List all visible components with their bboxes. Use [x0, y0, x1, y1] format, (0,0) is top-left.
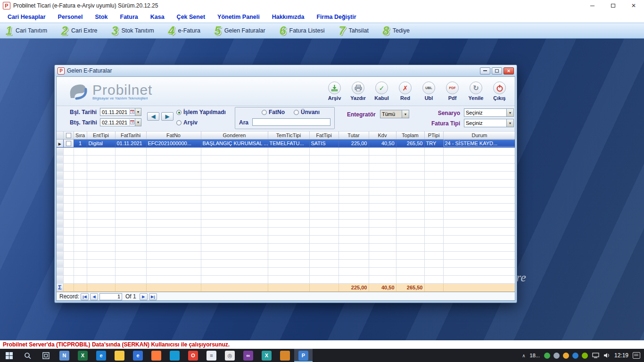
- onedrive-icon[interactable]: [553, 353, 560, 359]
- volume-icon[interactable]: [603, 353, 610, 358]
- refresh-button[interactable]: ↻ Yenile: [465, 82, 487, 101]
- menu-cek-senet[interactable]: Çek Senet: [177, 14, 205, 20]
- menu-fatura[interactable]: Fatura: [120, 14, 138, 20]
- current-row-arrow-icon: ▶: [58, 142, 61, 146]
- reject-button[interactable]: ✗ Red: [395, 82, 416, 101]
- end-date-picker[interactable]: 02.11.2021 ▼: [100, 118, 141, 126]
- taskbar-clock[interactable]: 12:19: [614, 352, 628, 359]
- window-minimize-button[interactable]: [480, 67, 490, 74]
- print-button[interactable]: Yazdır: [347, 82, 369, 101]
- ubl-button[interactable]: UBL Ubl: [418, 82, 439, 101]
- summary-cell: [443, 283, 515, 291]
- notepad-icon[interactable]: N: [55, 349, 74, 362]
- start-button[interactable]: [0, 349, 18, 362]
- chevron-down-icon[interactable]: ▼: [135, 119, 141, 126]
- col-header-tutar[interactable]: Tutar: [339, 132, 369, 139]
- record-navigator: Record: |◀ ◀ Of 1 ▶ ▶|: [57, 292, 515, 301]
- radio-islem-yapilmadi[interactable]: İşlem Yapılmadı: [176, 109, 226, 115]
- chevron-down-icon[interactable]: ▼: [135, 108, 141, 115]
- shortcut-number: 5: [215, 25, 221, 37]
- task-view-button[interactable]: [37, 349, 55, 362]
- visual-studio-icon[interactable]: ∞: [239, 349, 257, 362]
- photos-icon[interactable]: [276, 349, 294, 362]
- record-number-input[interactable]: [99, 293, 122, 300]
- shortcut-cari-extre[interactable]: 2Cari Extre: [61, 25, 97, 37]
- shortcut-e-fatura[interactable]: 4e-Fatura: [168, 25, 200, 37]
- first-record-button[interactable]: |◀: [81, 293, 89, 300]
- java-icon[interactable]: [563, 353, 569, 359]
- shortcut-tediye[interactable]: 8Tediye: [383, 25, 410, 37]
- col-header-fatno[interactable]: FatNo: [146, 132, 201, 139]
- maximize-button[interactable]: [603, 0, 623, 11]
- probilnet-taskbar-icon[interactable]: P: [294, 349, 313, 362]
- close-button[interactable]: ✕: [623, 0, 644, 11]
- start-date-picker[interactable]: 01.11.2021 ▼: [100, 108, 141, 116]
- prev-record-button[interactable]: ◀: [90, 293, 98, 300]
- grid-row-empty: [57, 187, 515, 195]
- notification-center-icon[interactable]: [633, 352, 640, 359]
- firefox-icon[interactable]: [147, 349, 165, 362]
- pdf-button[interactable]: PDF Pdf: [442, 82, 463, 101]
- radio-arsiv[interactable]: Arşiv: [176, 119, 198, 126]
- chrome-icon[interactable]: ◎: [221, 349, 239, 362]
- menu-yonetim-paneli[interactable]: Yönetim Paneli: [217, 14, 260, 20]
- next-record-button[interactable]: ▶: [140, 293, 148, 300]
- opera-icon[interactable]: O: [184, 349, 202, 362]
- vscode-icon[interactable]: [165, 349, 184, 362]
- menu-kasa[interactable]: Kasa: [150, 14, 165, 20]
- col-header-durum[interactable]: Durum: [443, 132, 515, 139]
- radio-unvani[interactable]: Ünvanı: [294, 109, 320, 115]
- excel-icon[interactable]: X: [74, 349, 92, 362]
- minimize-button[interactable]: [582, 0, 603, 11]
- col-header-gonderen[interactable]: Gonderen: [201, 132, 268, 139]
- fatura-tipi-select[interactable]: Seçiniz ▼: [464, 119, 514, 127]
- col-header-fattarihi[interactable]: FatTarihi: [115, 132, 146, 139]
- menu-firma-degistir[interactable]: Firma Değiştir: [316, 14, 356, 20]
- shortcut-fatura-listesi[interactable]: 6Fatura Listesi: [280, 25, 325, 37]
- shortcut-cari-tanitim[interactable]: 1Cari Tanıtım: [6, 25, 47, 37]
- next-day-button[interactable]: ▶: [161, 112, 173, 121]
- window-titlebar[interactable]: P Gelen E-Faturalar ×: [55, 65, 517, 76]
- network-icon[interactable]: [592, 353, 599, 358]
- file-explorer-icon[interactable]: [110, 349, 129, 362]
- row-checkbox[interactable]: [66, 141, 71, 146]
- shortcut-tahsilat[interactable]: 7Tahsilat: [339, 25, 369, 37]
- chevron-up-icon[interactable]: ∧: [522, 353, 525, 358]
- shortcut-gelen-faturalar[interactable]: 5Gelen Faturalar: [215, 25, 265, 37]
- menu-hakkimizda[interactable]: Hakkımızda: [272, 14, 305, 20]
- col-header-sıra[interactable]: Sıra: [74, 132, 87, 139]
- entegrator-select[interactable]: Tümü ▼: [380, 110, 409, 118]
- search-input[interactable]: [252, 118, 330, 126]
- col-header-enttipi[interactable]: EntTipi: [87, 132, 115, 139]
- prev-day-button[interactable]: ◀: [147, 112, 159, 121]
- col-header-ptipi[interactable]: PTipi: [424, 132, 443, 139]
- search-button[interactable]: [18, 349, 37, 362]
- grid-cell: 1: [74, 139, 87, 147]
- window-maximize-button[interactable]: [492, 67, 502, 74]
- senaryo-select[interactable]: Seçiniz ▼: [464, 108, 514, 117]
- menu-stok[interactable]: Stok: [95, 14, 107, 20]
- grid-row[interactable]: ▶1Digital01.11.2021EFC2021000000...BAŞLA…: [57, 139, 515, 147]
- excel-x-icon[interactable]: X: [257, 349, 276, 362]
- col-header-kdv[interactable]: Kdv: [369, 132, 396, 139]
- nvidia-icon[interactable]: [582, 353, 588, 359]
- edge-icon[interactable]: e: [92, 349, 110, 362]
- select-all-checkbox[interactable]: [66, 133, 71, 138]
- accept-button[interactable]: ✓ Kabul: [371, 82, 392, 101]
- antivirus-shield-icon[interactable]: [544, 353, 550, 359]
- col-header-fattipi[interactable]: FatTipi: [309, 132, 339, 139]
- menu-personel[interactable]: Personel: [58, 14, 83, 20]
- archive-button[interactable]: Arşiv: [324, 82, 345, 101]
- menu-cari-hesaplar[interactable]: Cari Hesaplar: [8, 14, 46, 20]
- shortcut-stok-tanitim[interactable]: 3Stok Tanıtım: [112, 25, 154, 37]
- exit-button[interactable]: Çıkış: [489, 82, 510, 101]
- tray-overflow-text[interactable]: 18...: [530, 353, 540, 358]
- col-header-toplam[interactable]: Toplam: [396, 132, 424, 139]
- radio-fatno[interactable]: FatNo: [262, 109, 285, 115]
- ie-icon[interactable]: e: [129, 349, 147, 362]
- window-close-button[interactable]: ×: [504, 67, 514, 74]
- col-header-temtictipi[interactable]: TemTicTipi: [268, 132, 309, 139]
- dropbox-icon[interactable]: [572, 353, 578, 359]
- last-record-button[interactable]: ▶|: [149, 293, 157, 300]
- notes-icon[interactable]: ≡: [202, 349, 221, 362]
